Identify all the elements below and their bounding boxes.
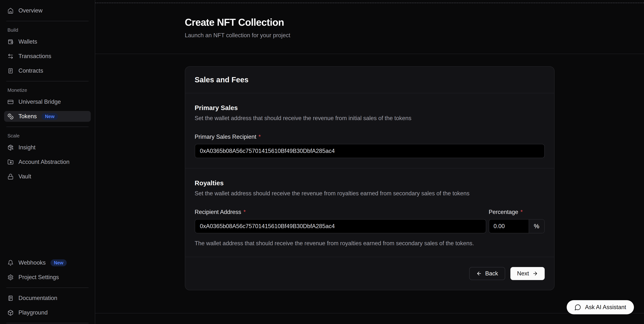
sidebar-item-webhooks[interactable]: Webhooks New bbox=[4, 257, 91, 268]
percent-suffix: % bbox=[529, 220, 544, 233]
required-asterisk: * bbox=[258, 133, 261, 140]
page-title: Create NFT Collection bbox=[185, 16, 554, 28]
next-button-label: Next bbox=[517, 270, 529, 277]
sidebar-item-label: Wallets bbox=[18, 38, 37, 45]
royalty-helper-text: The wallet address that should receive t… bbox=[195, 240, 545, 247]
sidebar-section-build: Build bbox=[4, 27, 91, 33]
primary-sales-heading: Primary Sales bbox=[195, 104, 545, 111]
back-button-label: Back bbox=[485, 270, 498, 277]
ask-ai-assistant-label: Ask AI Assistant bbox=[585, 304, 626, 311]
primary-sales-recipient-label: Primary Sales Recipient * bbox=[195, 133, 545, 140]
required-asterisk: * bbox=[520, 209, 523, 215]
sidebar-item-label: Universal Bridge bbox=[18, 98, 61, 105]
sidebar-item-label: Transactions bbox=[18, 53, 51, 60]
sidebar-item-label: Insight bbox=[18, 144, 36, 151]
next-button[interactable]: Next bbox=[510, 267, 545, 280]
sidebar-divider bbox=[6, 21, 88, 21]
sidebar-item-label: Playground bbox=[18, 309, 48, 316]
bell-icon bbox=[8, 260, 14, 266]
field-label-text: Primary Sales Recipient bbox=[195, 133, 256, 140]
card-header: Sales and Fees bbox=[185, 67, 554, 93]
coins-icon bbox=[8, 113, 14, 120]
card-footer: Back Next bbox=[185, 257, 554, 290]
sidebar-item-project-settings[interactable]: Project Settings bbox=[4, 272, 91, 283]
royalties-description: Set the wallet address should receive th… bbox=[195, 190, 545, 197]
top-dashed-divider bbox=[95, 0, 644, 3]
field-label-text: Recipient Address bbox=[195, 209, 241, 215]
royalty-percentage-field: Percentage * % bbox=[489, 209, 545, 233]
sidebar-item-tokens[interactable]: Tokens New bbox=[4, 111, 91, 122]
package-search-icon bbox=[8, 144, 14, 151]
sidebar-group-bottom: Webhooks New Project Settings bbox=[4, 257, 91, 283]
sidebar-group-scale: Insight Account Abstraction Vault bbox=[4, 142, 91, 182]
sidebar-item-documentation[interactable]: Documentation bbox=[4, 293, 91, 304]
sidebar-item-label: Webhooks bbox=[18, 259, 46, 266]
page-subtitle: Launch an NFT collection for your projec… bbox=[185, 32, 554, 39]
gear-icon bbox=[8, 274, 14, 281]
new-badge: New bbox=[50, 259, 67, 266]
home-icon bbox=[8, 8, 14, 14]
book-icon bbox=[8, 295, 14, 301]
sidebar-item-label: Project Settings bbox=[18, 274, 59, 281]
sidebar-divider bbox=[6, 288, 88, 288]
primary-sales-section: Primary Sales Set the wallet address tha… bbox=[185, 93, 554, 168]
page-header: Create NFT Collection Launch an NFT coll… bbox=[95, 3, 644, 54]
sidebar-section-monetize: Monetize bbox=[4, 87, 91, 93]
sidebar-item-label: Tokens bbox=[18, 113, 37, 120]
sidebar-item-insight[interactable]: Insight bbox=[4, 142, 91, 153]
sidebar-group-build: Wallets Transactions Contracts bbox=[4, 36, 91, 76]
royalty-recipient-field: Recipient Address * bbox=[195, 209, 486, 233]
smart-wallet-icon bbox=[8, 159, 14, 165]
chat-bubble-icon bbox=[574, 304, 581, 311]
royalties-heading: Royalties bbox=[195, 179, 545, 187]
arrow-left-icon bbox=[476, 271, 482, 276]
royalties-section: Royalties Set the wallet address should … bbox=[185, 168, 554, 257]
percentage-input-group: % bbox=[489, 219, 545, 233]
back-button[interactable]: Back bbox=[469, 267, 505, 280]
sidebar-group-monetize: Universal Bridge Tokens New bbox=[4, 96, 91, 122]
sidebar-item-vault[interactable]: Vault bbox=[4, 171, 91, 182]
sidebar-item-transactions[interactable]: Transactions bbox=[4, 51, 91, 62]
sidebar-group-footer: Documentation Playground bbox=[4, 293, 91, 318]
sidebar-item-label: Contracts bbox=[18, 67, 43, 74]
bottom-divider bbox=[95, 313, 644, 314]
royalty-percentage-label: Percentage * bbox=[489, 209, 545, 215]
sidebar-divider bbox=[6, 81, 88, 81]
sidebar-item-label: Vault bbox=[18, 173, 31, 180]
sales-and-fees-card: Sales and Fees Primary Sales Set the wal… bbox=[185, 66, 554, 290]
required-asterisk: * bbox=[243, 209, 246, 215]
sidebar: Overview Build Wallets Transactions Cont… bbox=[0, 0, 95, 324]
primary-sales-description: Set the wallet address that should recei… bbox=[195, 115, 545, 122]
sidebar-item-universal-bridge[interactable]: Universal Bridge bbox=[4, 96, 91, 107]
royalty-recipient-input[interactable] bbox=[195, 219, 486, 233]
app-screen: Overview Build Wallets Transactions Cont… bbox=[0, 0, 644, 324]
sidebar-item-playground[interactable]: Playground bbox=[4, 307, 91, 318]
new-badge: New bbox=[42, 113, 58, 120]
contract-document-icon bbox=[8, 68, 14, 74]
card-title: Sales and Fees bbox=[195, 76, 545, 84]
sidebar-item-overview[interactable]: Overview bbox=[4, 5, 91, 16]
sidebar-item-wallets[interactable]: Wallets bbox=[4, 36, 91, 47]
lock-icon bbox=[8, 174, 14, 180]
arrows-left-right-icon bbox=[8, 53, 14, 59]
sidebar-item-label: Account Abstraction bbox=[18, 159, 70, 165]
sidebar-spacer bbox=[4, 182, 91, 257]
sidebar-item-label: Overview bbox=[18, 7, 42, 14]
field-label-text: Percentage bbox=[489, 209, 518, 215]
sidebar-item-contracts[interactable]: Contracts bbox=[4, 65, 91, 76]
royalty-percentage-input[interactable] bbox=[489, 220, 529, 233]
royalty-recipient-label: Recipient Address * bbox=[195, 209, 486, 215]
arrow-right-icon bbox=[532, 271, 538, 276]
wallet-icon bbox=[8, 39, 14, 45]
cube-icon bbox=[8, 310, 14, 316]
ask-ai-assistant-button[interactable]: Ask AI Assistant bbox=[567, 300, 634, 314]
main-area: Create NFT Collection Launch an NFT coll… bbox=[95, 0, 644, 324]
sidebar-divider bbox=[6, 127, 88, 127]
sidebar-item-label: Documentation bbox=[18, 295, 58, 302]
primary-sales-recipient-input[interactable] bbox=[195, 144, 545, 158]
sidebar-item-account-abstraction[interactable]: Account Abstraction bbox=[4, 157, 91, 167]
sidebar-divider bbox=[6, 323, 88, 323]
credit-card-icon bbox=[8, 99, 14, 105]
sidebar-section-scale: Scale bbox=[4, 133, 91, 139]
royalties-fields-row: Recipient Address * Percentage * % bbox=[195, 209, 545, 233]
